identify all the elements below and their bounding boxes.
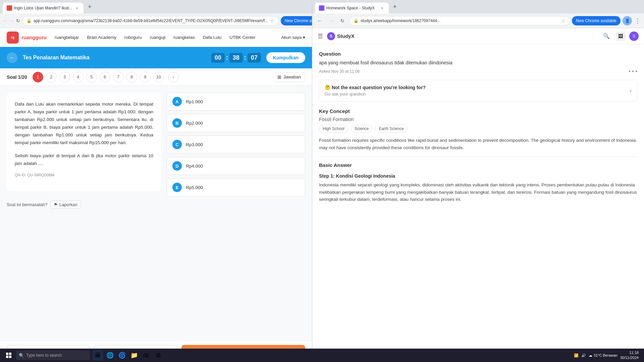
question-num-8[interactable]: 8 bbox=[126, 72, 137, 82]
right-forward-btn[interactable]: → bbox=[326, 16, 336, 25]
nav-brain-academy[interactable]: Brain Academy bbox=[87, 35, 116, 40]
svg-rect-3 bbox=[9, 356, 11, 358]
taskbar-apps: 🏛 🌐 🌀 📁 🛍 ⚙ bbox=[93, 350, 164, 361]
question-paragraph: Dafa dan Lulu akan memarkirkan sepeda mo… bbox=[15, 101, 153, 147]
question-navigator: Soal 1/20 1 2 3 4 5 6 7 8 9 10 › ⊞ Jawab… bbox=[0, 68, 312, 86]
studyx-question-text: apa yang membuat fosil dinosaurus tidak … bbox=[319, 59, 637, 66]
step1-title: Step 1: Kondisi Geologi Indonesia bbox=[319, 173, 637, 179]
windows-search-text: Type here to search bbox=[26, 353, 62, 358]
right-url-bar[interactable]: 🔒 studyx.ai/webapp/homework/18627097444.… bbox=[349, 16, 570, 25]
studyx-question-section: Question apa yang membuat fosil dinosaur… bbox=[319, 51, 637, 74]
question-num-10[interactable]: 10 bbox=[153, 72, 164, 82]
question-num-1[interactable]: 1 bbox=[33, 72, 43, 82]
left-tab-close[interactable]: × bbox=[74, 5, 79, 11]
jawaban-grid-icon: ⊞ bbox=[277, 74, 281, 80]
question-num-7[interactable]: 7 bbox=[113, 72, 124, 82]
option-c[interactable]: C Rp3.000 bbox=[167, 135, 305, 154]
option-a-value: Rp1.000 bbox=[186, 99, 203, 104]
clock-date: 30/11/2024 bbox=[620, 355, 639, 360]
right-chrome-update-btn[interactable]: New Chrome available bbox=[572, 16, 621, 25]
ruangguru-logo[interactable]: rg ruangguru bbox=[7, 32, 47, 44]
question-num-5[interactable]: 5 bbox=[86, 72, 97, 82]
right-active-tab[interactable]: Homework Space - StudyX × bbox=[315, 3, 389, 13]
submit-btn[interactable]: Kumpulkan bbox=[266, 52, 305, 63]
question-nav-next-arrow[interactable]: › bbox=[168, 72, 179, 82]
hamburger-menu-btn[interactable]: ☰ bbox=[318, 33, 323, 40]
left-url-bar[interactable]: 🔒 app.ruangguru.com/ruanguji/sma/723b213… bbox=[22, 16, 279, 25]
studyx-search-btn[interactable]: 🔍 bbox=[601, 31, 612, 42]
left-tab-bar: Ingin Lolos Ujian Mandiri? Ikuti... × + bbox=[0, 0, 312, 13]
option-e-letter: E bbox=[172, 183, 182, 192]
option-e[interactable]: E Rp5.000 bbox=[167, 178, 305, 196]
question-num-9[interactable]: 9 bbox=[140, 72, 151, 82]
right-menu-btn[interactable]: ⋮ bbox=[634, 17, 641, 24]
network-icon: 📶 bbox=[574, 353, 579, 358]
basic-answer-section: Basic Answer Step 1: Kondisi Geologi Ind… bbox=[319, 162, 637, 203]
right-new-tab-btn[interactable]: + bbox=[390, 2, 399, 11]
taskbar-chrome[interactable]: ⚙ bbox=[153, 350, 164, 361]
taskbar-store[interactable]: 🛍 bbox=[141, 350, 152, 361]
taskbar-file-explorer[interactable]: 🏛 bbox=[93, 350, 103, 361]
windows-taskbar: 🔍 Type here to search 🏛 🌐 🌀 📁 🛍 ⚙ bbox=[0, 349, 644, 362]
jawaban-btn[interactable]: ⊞ Jawaban bbox=[273, 72, 305, 82]
tag-science: Science bbox=[351, 125, 373, 133]
nav-dafa-lulu[interactable]: Dafa Lulu bbox=[203, 35, 222, 40]
windows-search-bar[interactable]: 🔍 Type here to search bbox=[16, 351, 90, 360]
question-num-3[interactable]: 3 bbox=[59, 72, 70, 82]
left-active-tab[interactable]: Ingin Lolos Ujian Mandiri? Ikuti... × bbox=[3, 3, 84, 13]
svg-rect-0 bbox=[6, 353, 8, 355]
nav-ruangkelas[interactable]: ruangkelas bbox=[173, 35, 195, 40]
left-forward-btn[interactable]: → bbox=[9, 16, 14, 25]
question-layout: Dafa dan Lulu akan memarkirkan sepeda mo… bbox=[7, 93, 305, 196]
option-b-value: Rp2.000 bbox=[186, 121, 203, 126]
studyx-logo-icon: S bbox=[327, 32, 335, 40]
option-b[interactable]: B Rp2.000 bbox=[167, 114, 305, 132]
not-exact-question-box[interactable]: 🤔 Not the exact question you're looking … bbox=[319, 80, 637, 102]
left-back-btn[interactable]: ← bbox=[3, 16, 7, 25]
right-profile-btn[interactable]: 👤 bbox=[623, 16, 632, 25]
taskbar-browser-1[interactable]: 🌐 bbox=[105, 350, 115, 361]
option-c-letter: C bbox=[172, 140, 182, 149]
studyx-user-avatar[interactable]: S bbox=[629, 32, 639, 41]
studyx-question-menu-btn[interactable]: • • • bbox=[629, 68, 637, 74]
report-btn[interactable]: ⚑ Laporkan bbox=[50, 200, 81, 209]
option-a-letter: A bbox=[172, 97, 182, 106]
weather-display: ☁ 31°C Berawan bbox=[589, 353, 618, 358]
right-reload-btn[interactable]: ↻ bbox=[338, 16, 347, 25]
question-num-4[interactable]: 4 bbox=[73, 72, 84, 82]
timer-hours: 00 bbox=[211, 53, 225, 63]
right-lock-icon: 🔒 bbox=[354, 18, 359, 23]
left-reload-btn[interactable]: ↻ bbox=[16, 16, 20, 25]
question-num-2[interactable]: 2 bbox=[46, 72, 57, 82]
taskbar-edge[interactable]: 🌀 bbox=[117, 350, 127, 361]
account-btn[interactable]: Akun saya ▾ bbox=[281, 35, 305, 40]
ruangguru-navbar: rg ruangguru ruangbelajar Brain Academy … bbox=[0, 28, 312, 47]
nav-roboguru[interactable]: roboguru bbox=[124, 35, 142, 40]
studyx-asked-at: Asked Nov 30 at 11:06 bbox=[319, 69, 360, 74]
not-exact-subtitle: Go ask your question bbox=[325, 92, 426, 97]
bookmark-icon[interactable]: ☆ bbox=[270, 18, 274, 23]
nav-utbk-center[interactable]: UTBK Center bbox=[229, 35, 255, 40]
option-d[interactable]: D Rp4.000 bbox=[167, 157, 305, 175]
right-tab-close[interactable]: × bbox=[379, 5, 385, 11]
key-concept-section: Key Concept Fossil Formation High School… bbox=[319, 108, 637, 151]
tag-earth-science: Earth Science bbox=[375, 125, 408, 133]
nav-ruanguji[interactable]: ruanguji bbox=[150, 35, 165, 40]
nav-ruangbelajar[interactable]: ruangbelajar bbox=[55, 35, 79, 40]
right-tab-bar: Homework Space - StudyX × + bbox=[312, 0, 644, 13]
studyx-ext-icon[interactable]: 🖼 bbox=[616, 32, 625, 41]
system-clock: 11:18 30/11/2024 bbox=[620, 350, 639, 361]
chevron-right-icon: › bbox=[630, 87, 632, 94]
question-num-6[interactable]: 6 bbox=[100, 72, 110, 82]
exam-back-btn[interactable]: ← bbox=[7, 52, 17, 63]
option-d-value: Rp4.000 bbox=[186, 164, 203, 169]
not-exact-title: 🤔 Not the exact question you're looking … bbox=[325, 85, 426, 90]
left-new-tab-btn[interactable]: + bbox=[85, 2, 94, 11]
right-bookmark-icon[interactable]: ☆ bbox=[561, 18, 566, 23]
studyx-question-title: Question bbox=[319, 51, 637, 57]
option-a[interactable]: A Rp1.000 bbox=[167, 93, 305, 111]
divider bbox=[319, 157, 637, 157]
start-menu-btn[interactable] bbox=[3, 350, 15, 361]
taskbar-files[interactable]: 📁 bbox=[129, 350, 140, 361]
right-back-btn[interactable]: ← bbox=[315, 16, 324, 25]
